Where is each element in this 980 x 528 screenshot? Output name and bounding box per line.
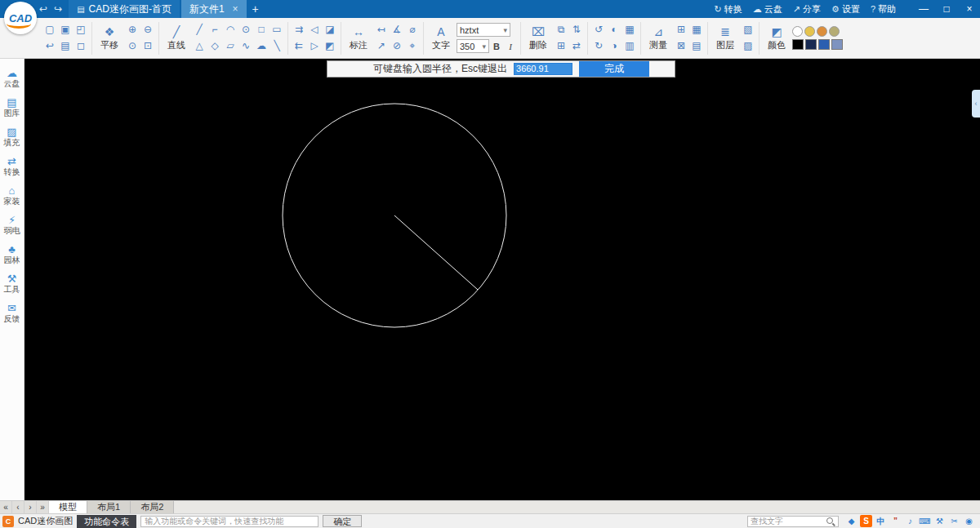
radius-line[interactable]	[394, 215, 478, 290]
help-button[interactable]: ? 帮助	[871, 3, 896, 16]
fillet-icon[interactable]: ◩	[323, 39, 337, 53]
color-swatch-white[interactable]	[792, 26, 803, 37]
italic-button[interactable]: I	[504, 39, 517, 53]
list-icon[interactable]: ▤	[689, 39, 704, 53]
back-icon[interactable]: ↩	[39, 3, 47, 15]
center-mark-icon[interactable]: ⌖	[405, 39, 420, 53]
hatch-icon[interactable]: ▥	[622, 39, 637, 53]
arc-icon[interactable]: ◠	[223, 23, 238, 37]
table-icon[interactable]: ⊞	[674, 23, 688, 37]
print-icon[interactable]: ▤	[58, 39, 73, 53]
oblong-icon[interactable]: ▭	[270, 23, 284, 37]
pan-button[interactable]: ❖ 平移	[96, 24, 123, 51]
ime-punct-icon[interactable]: ”	[889, 515, 902, 527]
rectangle-icon[interactable]: □	[254, 23, 269, 37]
paste-icon[interactable]: ⇅	[569, 23, 584, 37]
mirror-left-icon[interactable]: ◁	[307, 23, 322, 37]
tab-document[interactable]: 新文件1 ×	[181, 0, 247, 18]
sidebar-item-gallery[interactable]: ▤ 图库	[0, 96, 24, 118]
maximize-button[interactable]: □	[941, 3, 952, 15]
offset-icon[interactable]: ⇉	[292, 23, 306, 37]
color-swatch-olive[interactable]	[829, 26, 840, 37]
convert-button[interactable]: ↻ 转换	[715, 3, 742, 16]
diameter-dim-icon[interactable]: ⌀	[405, 23, 420, 37]
last-sheet-icon[interactable]: »	[37, 501, 49, 513]
color-swatch-yellow[interactable]	[804, 26, 815, 37]
color-swatch-navy[interactable]	[805, 39, 817, 50]
settings-button[interactable]: ⚙ 设置	[831, 3, 860, 16]
sidebar-item-cloud[interactable]: ☁ 云盘	[0, 67, 24, 89]
color-swatch-steel[interactable]	[831, 39, 843, 50]
grid-icon[interactable]: ▦	[622, 23, 637, 37]
rotate-ccw-icon[interactable]: ↺	[591, 23, 606, 37]
screenshot-icon[interactable]: ✂	[948, 515, 960, 527]
find-text-input[interactable]: 查找文字	[747, 516, 839, 527]
sidebar-item-garden[interactable]: ♣ 园林	[0, 243, 24, 265]
bold-button[interactable]: B	[490, 39, 503, 53]
command-table-button[interactable]: 功能命令表	[77, 515, 136, 528]
font-select[interactable]: hztxt ▾	[457, 23, 510, 37]
font-size-select[interactable]: 350 ▾	[457, 39, 489, 53]
tab-layout1[interactable]: 布局1	[87, 501, 131, 513]
zoom-in-icon[interactable]: ⊕	[125, 23, 140, 37]
sidebar-item-convert[interactable]: ⇄ 转换	[0, 155, 24, 177]
spline-icon[interactable]: ∿	[238, 39, 253, 53]
extend-icon[interactable]: ⇇	[292, 39, 306, 53]
layer-off-icon[interactable]: ▨	[741, 39, 755, 53]
layer-button[interactable]: ≣ 图层	[711, 24, 739, 51]
polygon-icon[interactable]: ◇	[207, 39, 222, 53]
app-tray-icon[interactable]: ◉	[963, 515, 975, 527]
next-sheet-icon[interactable]: ›	[24, 501, 37, 513]
color-swatch-orange[interactable]	[817, 26, 827, 37]
radius-input[interactable]: 3660.91	[514, 63, 572, 75]
close-button[interactable]: ×	[964, 3, 975, 15]
tab-layout2[interactable]: 布局2	[131, 501, 174, 513]
rotate-cw-icon[interactable]: ↻	[591, 39, 606, 53]
toolbox-icon[interactable]: ⚒	[933, 515, 946, 527]
sidebar-item-tools[interactable]: ⚒ 工具	[0, 273, 24, 295]
zoom-extents-icon[interactable]: ⊙	[125, 39, 140, 53]
panel-collapse-handle[interactable]: ‹	[972, 90, 980, 118]
export-icon[interactable]: ↩	[42, 39, 57, 53]
command-search-input[interactable]: 输入功能或命令关键词，快速查找功能	[140, 516, 318, 527]
color-swatch-black[interactable]	[792, 39, 804, 50]
polyline-icon[interactable]: ⌐	[207, 23, 222, 37]
sogou-input-icon[interactable]: S	[860, 515, 872, 527]
mirror-right-icon[interactable]: ▷	[307, 39, 322, 53]
line-tool-button[interactable]: ╱ 直线	[163, 24, 190, 51]
new-tab-button[interactable]: +	[248, 2, 263, 16]
leader-dim-icon[interactable]: ↗	[374, 39, 389, 53]
save-file-icon[interactable]: ◰	[74, 23, 88, 37]
construction-line-icon[interactable]: ╲	[270, 39, 284, 53]
parallelogram-icon[interactable]: ▱	[223, 39, 238, 53]
radius-dim-icon[interactable]: ⊘	[390, 39, 404, 53]
open-file-icon[interactable]: ▣	[58, 23, 73, 37]
measure-button[interactable]: ⊿ 测量	[644, 24, 672, 51]
trim-icon[interactable]: ◪	[323, 23, 337, 37]
share-button[interactable]: ↗ 分享	[793, 3, 821, 16]
close-tab-icon[interactable]: ×	[233, 3, 238, 15]
layer-on-icon[interactable]: ▧	[741, 23, 755, 37]
confirm-button[interactable]: 确定	[323, 515, 362, 527]
prev-sheet-icon[interactable]: ‹	[12, 501, 24, 513]
sidebar-item-home-decor[interactable]: ⌂ 家装	[0, 184, 24, 206]
copy-icon[interactable]: ⧉	[554, 23, 568, 37]
color-button[interactable]: ◩ 颜色	[763, 24, 791, 51]
sidebar-item-feedback[interactable]: ✉ 反馈	[0, 302, 24, 324]
sidebar-item-hatch[interactable]: ▨ 填充	[0, 126, 24, 148]
linear-dim-icon[interactable]: ↤	[374, 23, 389, 37]
print-preview-icon[interactable]: ◻	[74, 39, 88, 53]
forward-icon[interactable]: ↪	[54, 3, 62, 15]
delete-button[interactable]: ⌧ 删除	[524, 24, 552, 51]
pin-icon[interactable]: ◆	[845, 515, 858, 527]
zoom-out-icon[interactable]: ⊖	[140, 23, 155, 37]
first-sheet-icon[interactable]: «	[0, 501, 12, 513]
sidebar-item-electric[interactable]: ⚡ 弱电	[0, 214, 24, 236]
area-icon[interactable]: ▦	[689, 23, 704, 37]
search-icon[interactable]	[826, 517, 835, 526]
ime-lang-icon[interactable]: 中	[875, 515, 887, 527]
app-logo[interactable]: CAD	[4, 2, 37, 34]
revision-cloud-icon[interactable]: ☁	[254, 39, 269, 53]
tab-model[interactable]: 模型	[49, 501, 87, 513]
zoom-window-icon[interactable]: ⊡	[140, 39, 155, 53]
